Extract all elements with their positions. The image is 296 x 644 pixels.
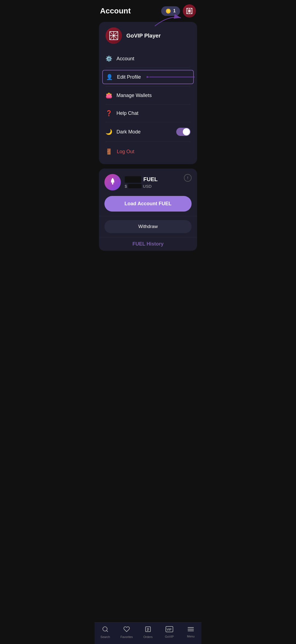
menu-item-help-chat[interactable]: ❓ Help Chat bbox=[106, 106, 190, 120]
wallet-badge[interactable]: 🪙 1 bbox=[161, 6, 180, 16]
profile-avatar bbox=[106, 27, 122, 44]
dark-mode-label: Dark Mode bbox=[116, 129, 141, 135]
divider bbox=[106, 67, 190, 68]
dark-mode-left: 🌙 Dark Mode bbox=[106, 129, 141, 135]
header: Account 🪙 1 bbox=[95, 0, 201, 21]
help-chat-label: Help Chat bbox=[116, 110, 138, 116]
usd-suffix: USD bbox=[143, 184, 152, 189]
menu-items: ⚙️ Account 👤 Edit Profile bbox=[106, 52, 190, 159]
manage-wallets-label: Manage Wallets bbox=[116, 93, 152, 98]
menu-item-logout[interactable]: 🚪 Log Out bbox=[106, 144, 190, 159]
fuel-currency-label: FUEL bbox=[143, 176, 158, 183]
fuel-icon-circle bbox=[104, 174, 121, 190]
wallet-icon: 🪙 bbox=[166, 8, 171, 14]
fuel-usd-row: $ USD bbox=[125, 184, 158, 189]
menu-item-account[interactable]: ⚙️ Account bbox=[106, 52, 190, 66]
annotation-arrow-edit bbox=[147, 73, 196, 81]
load-fuel-button[interactable]: Load Account FUEL bbox=[104, 196, 192, 212]
header-actions: 🪙 1 bbox=[161, 4, 196, 18]
fuel-amount-redacted bbox=[125, 176, 141, 183]
fuel-info: FUEL $ USD bbox=[104, 174, 158, 190]
toggle-knob bbox=[183, 128, 190, 135]
avatar[interactable] bbox=[183, 4, 196, 18]
menu-item-manage-wallets[interactable]: 👛 Manage Wallets bbox=[106, 88, 190, 102]
usd-amount-redacted bbox=[128, 184, 142, 188]
fuel-text: FUEL $ USD bbox=[125, 176, 158, 189]
usd-prefix: $ bbox=[125, 184, 127, 189]
fuel-history-button[interactable]: FUEL History bbox=[104, 237, 192, 251]
withdraw-button[interactable]: Withdraw bbox=[104, 220, 192, 233]
account-menu-label: Account bbox=[116, 56, 134, 62]
wallet-menu-icon: 👛 bbox=[106, 92, 112, 99]
fuel-card: FUEL $ USD ! Load Account FUEL Withdraw … bbox=[99, 169, 197, 251]
profile-name: GoVIP Player bbox=[126, 33, 161, 39]
fuel-card-divider bbox=[99, 216, 197, 216]
divider bbox=[106, 141, 190, 142]
fuel-amount-row: FUEL bbox=[125, 176, 158, 183]
profile-section: GoVIP Player bbox=[106, 27, 190, 44]
menu-item-dark-mode[interactable]: 🌙 Dark Mode bbox=[106, 124, 190, 140]
fuel-header: FUEL $ USD ! bbox=[104, 174, 192, 190]
menu-card: GoVIP Player ⚙️ Account 👤 Edit Profile bbox=[99, 22, 197, 164]
info-icon[interactable]: ! bbox=[184, 174, 192, 182]
info-symbol: ! bbox=[187, 176, 188, 180]
moon-icon: 🌙 bbox=[106, 129, 112, 135]
divider bbox=[106, 86, 190, 87]
logout-label: Log Out bbox=[117, 149, 134, 155]
dark-mode-toggle[interactable] bbox=[176, 128, 190, 136]
wallet-count: 1 bbox=[173, 8, 176, 13]
help-icon: ❓ bbox=[106, 110, 112, 116]
divider bbox=[106, 122, 190, 122]
gear-icon: ⚙️ bbox=[106, 55, 112, 62]
person-icon: 👤 bbox=[106, 74, 113, 80]
divider bbox=[106, 104, 190, 104]
svg-rect-6 bbox=[188, 10, 191, 12]
edit-profile-label: Edit Profile bbox=[117, 74, 141, 80]
logout-icon: 🚪 bbox=[106, 148, 112, 155]
page-title: Account bbox=[100, 7, 131, 15]
